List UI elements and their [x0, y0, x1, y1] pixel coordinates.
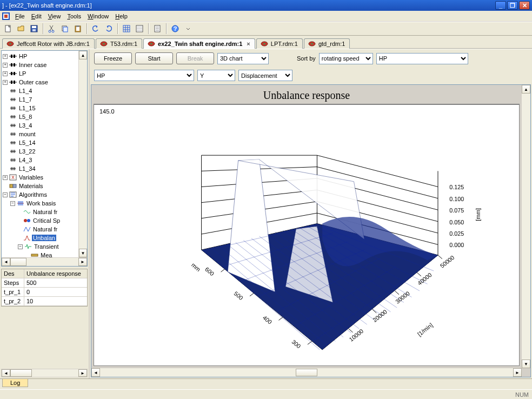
tool-new-icon[interactable] [2, 23, 14, 35]
tool-copy-icon[interactable] [59, 23, 71, 35]
x-tick: 40000 [416, 271, 433, 287]
tree-item[interactable]: LP [18, 70, 27, 77]
tab-t53[interactable]: T53.rdm:1 [96, 38, 142, 49]
menu-file[interactable]: File [12, 12, 28, 21]
tree-item[interactable]: L1_7 [18, 96, 33, 103]
tool-settings-icon[interactable] [151, 23, 163, 35]
tree-item[interactable]: Algorithms [18, 191, 48, 198]
tab-gtd[interactable]: gtd_rdm:1 [304, 38, 350, 49]
tree-item[interactable]: Transient [33, 243, 59, 250]
tree-toggle[interactable]: + [3, 175, 8, 180]
tree-toggle[interactable]: − [3, 192, 8, 197]
variables-icon: x [9, 174, 17, 181]
leftpanel-hscrollbar[interactable]: ◄► [1, 369, 88, 377]
window-close-button[interactable]: ✕ [519, 1, 530, 10]
tool-dropdown-icon[interactable] [182, 23, 194, 35]
tab-close-icon[interactable]: × [247, 41, 250, 47]
z-tick: 0.050 [449, 219, 464, 225]
tree-item[interactable]: HP [18, 53, 28, 59]
tree-item[interactable]: L1_15 [18, 105, 37, 111]
tree-item[interactable]: Natural fr [32, 209, 58, 215]
log-tab[interactable]: Log [2, 379, 28, 387]
menu-edit[interactable]: Edit [28, 12, 45, 21]
prop-val[interactable]: 500 [24, 278, 87, 287]
status-num: NUM [515, 391, 529, 398]
tree-item[interactable]: Outer case [18, 79, 49, 85]
tree-toggle[interactable]: + [3, 63, 8, 68]
status-bar: NUM [0, 389, 532, 399]
sortby-select[interactable]: rotating speed [319, 53, 373, 64]
tree-item[interactable]: L4_3 [18, 157, 33, 163]
tree-toggle[interactable]: + [3, 80, 8, 85]
tree-vscrollbar[interactable]: ▲▼ [78, 51, 87, 257]
tree-item[interactable]: Variables [18, 174, 44, 181]
tool-grid-icon[interactable] [121, 23, 132, 35]
tree-item[interactable]: L1_34 [18, 165, 37, 172]
svg-line-70 [395, 291, 399, 295]
chart-type-select[interactable]: 3D chart [217, 53, 269, 64]
tree-item[interactable]: L5_8 [18, 114, 33, 120]
tool-open-icon[interactable] [15, 23, 27, 35]
y-axis-select[interactable]: Y [197, 70, 235, 81]
menu-window[interactable]: Window [84, 12, 112, 21]
tree-toggle[interactable]: + [3, 54, 8, 59]
log-bar: Log [0, 378, 532, 389]
tree-toggle[interactable]: − [18, 244, 23, 249]
x-tick: 10000 [348, 328, 364, 343]
tab-lpt[interactable]: LPT.rdm:1 [256, 38, 303, 49]
tool-help-icon[interactable]: ? [169, 23, 181, 35]
tree-item-selected[interactable]: Unbalan [32, 235, 56, 241]
left-panel: +HP +Inner case +LP +Outer case L1_4 L1_… [0, 49, 90, 378]
tool-props-icon[interactable] [134, 23, 145, 35]
subsystem-icon [9, 79, 17, 85]
link-icon [9, 148, 17, 155]
window-minimize-button[interactable]: _ [495, 1, 506, 10]
tool-redo-icon[interactable] [103, 23, 115, 35]
subsystem-icon [9, 62, 17, 68]
tool-cut-icon[interactable] [46, 23, 58, 35]
chart-hscrollbar[interactable]: ◄► [91, 368, 522, 377]
tree-item[interactable]: L3_22 [18, 148, 37, 155]
x-axis-select[interactable]: HP [94, 70, 194, 81]
prop-key: t_pr_2 [2, 297, 24, 305]
tree-item[interactable]: Critical Sp [32, 217, 61, 224]
z-axis-select[interactable]: Displacement [238, 70, 292, 81]
series-select[interactable]: HP [376, 53, 468, 64]
tree-item[interactable]: L5_14 [18, 139, 37, 146]
tool-undo-icon[interactable] [90, 23, 102, 35]
tree-item[interactable]: Natural fr [32, 226, 58, 232]
tree-toggle[interactable]: − [10, 201, 15, 206]
chart-3d-surface[interactable]: 0.125 0.100 0.075 0.050 0.025 0.000 [mm]… [94, 103, 519, 365]
svg-rect-37 [14, 72, 15, 75]
tree-item[interactable]: L3_4 [18, 122, 33, 129]
tree-item[interactable]: L1_4 [18, 88, 33, 94]
tree-item[interactable]: Inner case [18, 62, 48, 68]
break-button[interactable]: Break [176, 52, 214, 64]
model-tree[interactable]: +HP +Inner case +LP +Outer case L1_4 L1_… [1, 50, 88, 267]
tree-item[interactable]: Work basis [25, 200, 57, 207]
svg-rect-40 [14, 81, 15, 84]
tree-item[interactable]: Materials [18, 183, 44, 189]
tree-item[interactable]: mount [18, 131, 37, 137]
tree-toggle[interactable]: + [3, 71, 8, 76]
freeze-button[interactable]: Freeze [94, 52, 132, 64]
start-button[interactable]: Start [135, 52, 173, 64]
tool-save-icon[interactable] [28, 23, 40, 35]
chart-vscrollbar[interactable]: ▲▼ [522, 85, 530, 368]
svg-rect-6 [32, 29, 36, 31]
menu-view[interactable]: View [45, 12, 64, 21]
menu-tools[interactable]: Tools [64, 12, 84, 21]
prop-val[interactable]: 10 [24, 297, 87, 305]
x-tick: 50000 [439, 254, 456, 269]
tab-jeffcott[interactable]: Jeffcott Rotor with JB.rdm:1 [2, 38, 95, 49]
menubar: File Edit View Tools Window Help [0, 11, 532, 22]
prop-val[interactable]: 0 [24, 288, 87, 296]
menu-help[interactable]: Help [112, 12, 131, 21]
y-axis-label: mm [190, 262, 202, 273]
window-maximize-button[interactable]: ❐ [507, 1, 518, 10]
link-icon [9, 88, 17, 94]
tab-ex22[interactable]: ex22_Twin shaft engine.rdm:1 × [143, 38, 255, 49]
natfreq-icon [23, 226, 31, 232]
tool-paste-icon[interactable] [72, 23, 84, 35]
tree-hscrollbar[interactable]: ◄► [2, 257, 87, 266]
